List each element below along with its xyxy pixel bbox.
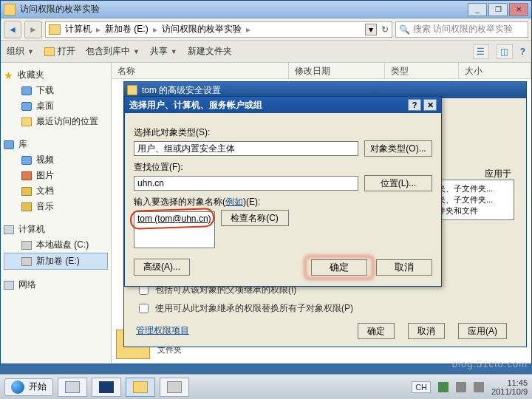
nav-pane: ★收藏夹 下载 桌面 最近访问的位置 库 视频 图片 文档 音乐 计算机 本地磁… — [1, 63, 112, 364]
object-types-button[interactable]: 对象类型(O)... — [364, 140, 432, 157]
location-field: uhn.cn — [134, 176, 358, 191]
sidebar-item-desktop[interactable]: 桌面 — [4, 98, 108, 114]
language-indicator[interactable]: CH — [412, 381, 431, 393]
apply-button[interactable]: 应用(A) — [458, 323, 507, 339]
select-users-dialog: 选择用户、计算机、服务帐户或组 ? ✕ 选择此对象类型(S): 用户、组或内置安… — [124, 96, 442, 287]
refresh-icon[interactable]: ↻ — [381, 24, 389, 35]
ok-button[interactable]: 确定 — [311, 259, 367, 276]
clock[interactable]: 11:45 2011/10/9 — [491, 378, 528, 396]
favorites-group[interactable]: ★收藏夹 — [4, 67, 108, 83]
check-names-button[interactable]: 检查名称(C) — [221, 210, 289, 226]
search-input[interactable]: 🔍 搜索 访问权限的枚举实验 — [395, 21, 528, 38]
watermark: blog.51cto.com — [452, 358, 528, 369]
windows-orb-icon — [11, 381, 24, 394]
library-icon — [4, 140, 14, 149]
taskbar-item[interactable] — [160, 378, 189, 397]
sidebar-item-recent[interactable]: 最近访问的位置 — [4, 114, 108, 129]
cancel-button[interactable]: 取消 — [376, 259, 432, 276]
sidebar-item-music[interactable]: 音乐 — [4, 199, 108, 214]
folder-open-icon — [44, 47, 55, 56]
star-icon: ★ — [4, 69, 13, 81]
column-type[interactable]: 类型 — [385, 63, 459, 78]
download-icon — [21, 86, 32, 95]
sidebar-item-videos[interactable]: 视频 — [4, 152, 108, 168]
column-name[interactable]: 名称 — [112, 63, 289, 78]
column-size[interactable]: 大小 — [459, 63, 531, 78]
breadcrumb[interactable]: 计算机 — [65, 23, 92, 35]
taskbar-item[interactable] — [92, 378, 121, 397]
computer-icon — [4, 225, 14, 234]
folder-icon — [4, 4, 16, 16]
desktop-icon — [21, 102, 32, 111]
adv-title: tom 的高级安全设置 — [142, 84, 221, 97]
tray-network-icon[interactable] — [474, 382, 484, 392]
network-group[interactable]: 网络 — [4, 277, 108, 293]
help-button[interactable]: ? — [408, 99, 421, 111]
chevron-right-icon: ▸ — [96, 24, 100, 35]
preview-pane-button[interactable]: ◫ — [497, 44, 513, 59]
ok-button[interactable]: 确定 — [358, 323, 395, 339]
start-button[interactable]: 开始 — [4, 378, 53, 396]
include-menu[interactable]: 包含到库中 ▼ — [86, 45, 140, 58]
open-button[interactable]: 打开 — [44, 45, 75, 58]
drive-icon — [21, 241, 32, 250]
new-folder-button[interactable]: 新建文件夹 — [188, 45, 232, 58]
video-icon — [21, 156, 32, 165]
column-headers: 名称 修改日期 类型 大小 — [112, 63, 531, 79]
computer-group[interactable]: 计算机 — [4, 222, 108, 237]
examples-link[interactable]: 例如 — [225, 197, 243, 207]
chevron-right-icon: ▸ — [246, 24, 250, 35]
maximize-button[interactable]: ❐ — [488, 3, 508, 16]
tray-sound-icon[interactable] — [456, 382, 466, 392]
object-names-label: 输入要选择的对象名称(例如)(E): — [134, 196, 432, 208]
dialog-title-bar[interactable]: 选择用户、计算机、服务帐户或组 ? ✕ — [125, 97, 441, 113]
taskbar-item[interactable] — [58, 378, 87, 397]
advanced-button[interactable]: 高级(A)... — [134, 259, 190, 276]
date: 2011/10/9 — [491, 387, 528, 396]
close-button[interactable]: ✕ — [423, 99, 437, 111]
nav-back-button[interactable]: ◄ — [4, 21, 21, 38]
chevron-right-icon: ▸ — [153, 24, 157, 35]
column-date[interactable]: 修改日期 — [289, 63, 385, 78]
folder-icon — [133, 381, 148, 393]
powershell-icon — [99, 381, 114, 393]
sidebar-item-drive-e[interactable]: 新加卷 (E:) — [4, 253, 108, 270]
nav-bar: ◄ ► 计算机▸ 新加卷 (E:)▸ 访问权限的枚举实验▸ ▾ ↻ 🔍 搜索 访… — [1, 18, 531, 41]
cancel-button[interactable]: 取消 — [408, 323, 445, 339]
sidebar-item-downloads[interactable]: 下载 — [4, 83, 108, 98]
breadcrumb[interactable]: 新加卷 (E:) — [105, 23, 149, 35]
pictures-icon — [21, 171, 32, 180]
dialog-title: 选择用户、计算机、服务帐户或组 — [129, 99, 262, 112]
object-names-input[interactable]: tom (tom@uhn.cn) — [134, 211, 215, 248]
taskbar-item-explorer[interactable] — [126, 378, 155, 397]
chevron-down-icon: ▼ — [171, 48, 177, 55]
view-button[interactable]: ☰ — [473, 44, 489, 59]
libraries-group[interactable]: 库 — [4, 137, 108, 152]
breadcrumb[interactable]: 访问权限的枚举实验 — [162, 23, 242, 35]
close-button[interactable]: ✕ — [509, 3, 528, 16]
resolved-name: tom (tom@uhn.cn) — [137, 214, 211, 224]
sidebar-item-drive-c[interactable]: 本地磁盘 (C:) — [4, 237, 108, 253]
replace-child-checkbox[interactable]: 使用可从此对象继承的权限替换所有子对象权限(P) — [136, 301, 514, 316]
object-type-field: 用户、组或内置安全主体 — [134, 141, 358, 156]
tray-icon[interactable] — [438, 382, 449, 392]
folder-icon — [127, 85, 137, 95]
manage-permissions-link[interactable]: 管理权限项目 — [136, 324, 189, 337]
title-bar[interactable]: 访问权限的枚举实验 _ ❐ ✕ — [1, 1, 531, 18]
locations-button[interactable]: 位置(L)... — [364, 175, 432, 191]
music-icon — [21, 202, 32, 211]
window-title: 访问权限的枚举实验 — [20, 3, 468, 16]
sidebar-item-documents[interactable]: 文档 — [4, 183, 108, 199]
dropdown-icon[interactable]: ▾ — [365, 24, 377, 35]
share-menu[interactable]: 共享 ▼ — [150, 45, 177, 58]
drive-icon — [21, 257, 32, 266]
command-bar: 组织 ▼ 打开 包含到库中 ▼ 共享 ▼ 新建文件夹 ☰ ◫ ? — [1, 41, 531, 63]
organize-menu[interactable]: 组织 ▼ — [7, 45, 34, 58]
nav-forward-button[interactable]: ► — [24, 21, 42, 38]
sidebar-item-pictures[interactable]: 图片 — [4, 168, 108, 183]
address-bar[interactable]: 计算机▸ 新加卷 (E:)▸ 访问权限的枚举实验▸ ▾ ↻ — [45, 21, 392, 38]
minimize-button[interactable]: _ — [468, 3, 487, 16]
help-icon[interactable]: ? — [520, 47, 525, 57]
taskbar: 开始 CH 11:45 2011/10/9 — [0, 374, 532, 399]
search-icon: 🔍 — [399, 24, 410, 35]
